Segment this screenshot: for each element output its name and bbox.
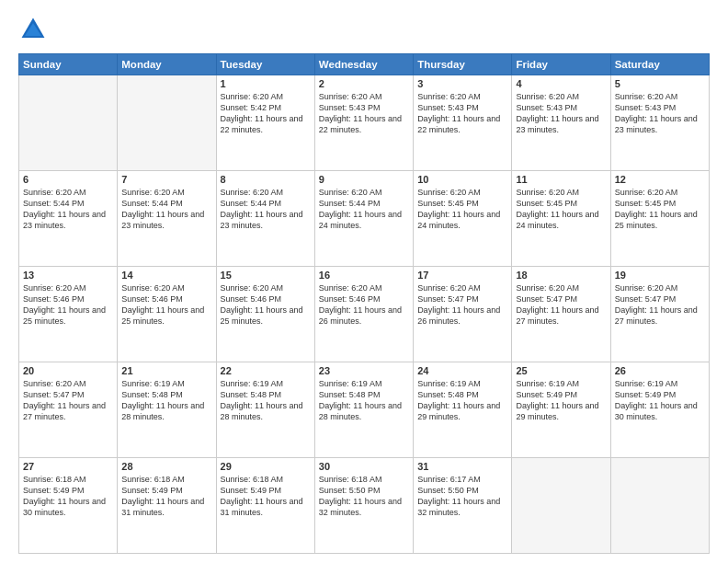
cell-text: Sunrise: 6:19 AM Sunset: 5:48 PM Dayligh… xyxy=(121,378,211,423)
week-row-4: 20Sunrise: 6:20 AM Sunset: 5:47 PM Dayli… xyxy=(19,362,710,458)
calendar-cell: 12Sunrise: 6:20 AM Sunset: 5:45 PM Dayli… xyxy=(610,171,709,267)
cell-text: Sunrise: 6:20 AM Sunset: 5:43 PM Dayligh… xyxy=(417,91,507,136)
calendar-cell: 31Sunrise: 6:17 AM Sunset: 5:50 PM Dayli… xyxy=(414,458,512,554)
cell-text: Sunrise: 6:18 AM Sunset: 5:49 PM Dayligh… xyxy=(23,474,113,519)
day-number: 5 xyxy=(615,78,705,89)
cell-text: Sunrise: 6:18 AM Sunset: 5:50 PM Dayligh… xyxy=(319,474,409,519)
day-number: 1 xyxy=(221,78,311,89)
weekday-header-monday: Monday xyxy=(118,54,216,75)
cell-text: Sunrise: 6:20 AM Sunset: 5:46 PM Dayligh… xyxy=(23,282,113,327)
calendar-cell: 25Sunrise: 6:19 AM Sunset: 5:49 PM Dayli… xyxy=(512,362,610,458)
calendar-cell: 29Sunrise: 6:18 AM Sunset: 5:49 PM Dayli… xyxy=(216,458,314,554)
weekday-header-row: SundayMondayTuesdayWednesdayThursdayFrid… xyxy=(19,54,710,75)
cell-text: Sunrise: 6:20 AM Sunset: 5:44 PM Dayligh… xyxy=(121,187,211,232)
page: SundayMondayTuesdayWednesdayThursdayFrid… xyxy=(0,0,728,563)
day-number: 2 xyxy=(319,78,409,89)
calendar-cell: 6Sunrise: 6:20 AM Sunset: 5:44 PM Daylig… xyxy=(19,171,118,267)
day-number: 9 xyxy=(319,174,409,185)
cell-text: Sunrise: 6:19 AM Sunset: 5:48 PM Dayligh… xyxy=(417,378,507,423)
day-number: 7 xyxy=(121,174,211,185)
calendar-cell: 18Sunrise: 6:20 AM Sunset: 5:47 PM Dayli… xyxy=(512,267,610,362)
weekday-header-sunday: Sunday xyxy=(19,54,118,75)
calendar-cell: 16Sunrise: 6:20 AM Sunset: 5:46 PM Dayli… xyxy=(314,267,413,362)
calendar-cell: 24Sunrise: 6:19 AM Sunset: 5:48 PM Dayli… xyxy=(414,362,512,458)
calendar-cell: 19Sunrise: 6:20 AM Sunset: 5:47 PM Dayli… xyxy=(610,267,709,362)
cell-text: Sunrise: 6:20 AM Sunset: 5:44 PM Dayligh… xyxy=(23,187,113,232)
day-number: 6 xyxy=(23,174,113,185)
week-row-5: 27Sunrise: 6:18 AM Sunset: 5:49 PM Dayli… xyxy=(19,458,710,554)
day-number: 16 xyxy=(319,270,409,281)
day-number: 29 xyxy=(221,461,311,472)
cell-text: Sunrise: 6:20 AM Sunset: 5:43 PM Dayligh… xyxy=(615,91,705,136)
cell-text: Sunrise: 6:18 AM Sunset: 5:49 PM Dayligh… xyxy=(221,474,311,519)
day-number: 17 xyxy=(417,270,507,281)
calendar-cell xyxy=(118,75,216,171)
cell-text: Sunrise: 6:19 AM Sunset: 5:49 PM Dayligh… xyxy=(615,378,705,423)
day-number: 27 xyxy=(23,461,113,472)
day-number: 19 xyxy=(615,270,705,281)
calendar-cell: 22Sunrise: 6:19 AM Sunset: 5:48 PM Dayli… xyxy=(216,362,314,458)
day-number: 31 xyxy=(417,461,507,472)
calendar-cell: 1Sunrise: 6:20 AM Sunset: 5:42 PM Daylig… xyxy=(216,75,314,171)
cell-text: Sunrise: 6:20 AM Sunset: 5:43 PM Dayligh… xyxy=(516,91,606,136)
calendar-cell: 9Sunrise: 6:20 AM Sunset: 5:44 PM Daylig… xyxy=(314,171,413,267)
week-row-1: 1Sunrise: 6:20 AM Sunset: 5:42 PM Daylig… xyxy=(19,75,710,171)
cell-text: Sunrise: 6:20 AM Sunset: 5:46 PM Dayligh… xyxy=(221,282,311,327)
cell-text: Sunrise: 6:20 AM Sunset: 5:44 PM Dayligh… xyxy=(319,187,409,232)
calendar-cell xyxy=(610,458,709,554)
calendar-cell: 5Sunrise: 6:20 AM Sunset: 5:43 PM Daylig… xyxy=(610,75,709,171)
cell-text: Sunrise: 6:20 AM Sunset: 5:43 PM Dayligh… xyxy=(319,91,409,136)
day-number: 10 xyxy=(417,174,507,185)
calendar-cell: 13Sunrise: 6:20 AM Sunset: 5:46 PM Dayli… xyxy=(19,267,118,362)
weekday-header-friday: Friday xyxy=(512,54,610,75)
calendar-cell: 17Sunrise: 6:20 AM Sunset: 5:47 PM Dayli… xyxy=(414,267,512,362)
cell-text: Sunrise: 6:17 AM Sunset: 5:50 PM Dayligh… xyxy=(417,474,507,519)
calendar-cell: 27Sunrise: 6:18 AM Sunset: 5:49 PM Dayli… xyxy=(19,458,118,554)
day-number: 25 xyxy=(516,365,606,376)
cell-text: Sunrise: 6:19 AM Sunset: 5:48 PM Dayligh… xyxy=(319,378,409,423)
cell-text: Sunrise: 6:20 AM Sunset: 5:47 PM Dayligh… xyxy=(417,282,507,327)
weekday-header-tuesday: Tuesday xyxy=(216,54,314,75)
calendar-cell: 20Sunrise: 6:20 AM Sunset: 5:47 PM Dayli… xyxy=(19,362,118,458)
calendar-cell xyxy=(19,75,118,171)
day-number: 4 xyxy=(516,78,606,89)
calendar-cell xyxy=(512,458,610,554)
calendar-cell: 15Sunrise: 6:20 AM Sunset: 5:46 PM Dayli… xyxy=(216,267,314,362)
day-number: 22 xyxy=(221,365,311,376)
calendar-cell: 8Sunrise: 6:20 AM Sunset: 5:44 PM Daylig… xyxy=(216,171,314,267)
calendar-table: SundayMondayTuesdayWednesdayThursdayFrid… xyxy=(18,53,710,554)
cell-text: Sunrise: 6:19 AM Sunset: 5:48 PM Dayligh… xyxy=(221,378,311,423)
day-number: 14 xyxy=(121,270,211,281)
day-number: 18 xyxy=(516,270,606,281)
calendar-cell: 23Sunrise: 6:19 AM Sunset: 5:48 PM Dayli… xyxy=(314,362,413,458)
cell-text: Sunrise: 6:20 AM Sunset: 5:44 PM Dayligh… xyxy=(221,187,311,232)
calendar-cell: 30Sunrise: 6:18 AM Sunset: 5:50 PM Dayli… xyxy=(314,458,413,554)
cell-text: Sunrise: 6:20 AM Sunset: 5:47 PM Dayligh… xyxy=(516,282,606,327)
weekday-header-thursday: Thursday xyxy=(414,54,512,75)
cell-text: Sunrise: 6:20 AM Sunset: 5:46 PM Dayligh… xyxy=(319,282,409,327)
day-number: 15 xyxy=(221,270,311,281)
day-number: 13 xyxy=(23,270,113,281)
cell-text: Sunrise: 6:20 AM Sunset: 5:46 PM Dayligh… xyxy=(121,282,211,327)
week-row-3: 13Sunrise: 6:20 AM Sunset: 5:46 PM Dayli… xyxy=(19,267,710,362)
day-number: 30 xyxy=(319,461,409,472)
day-number: 8 xyxy=(221,174,311,185)
cell-text: Sunrise: 6:20 AM Sunset: 5:47 PM Dayligh… xyxy=(615,282,705,327)
week-row-2: 6Sunrise: 6:20 AM Sunset: 5:44 PM Daylig… xyxy=(19,171,710,267)
calendar-cell: 3Sunrise: 6:20 AM Sunset: 5:43 PM Daylig… xyxy=(414,75,512,171)
calendar-cell: 14Sunrise: 6:20 AM Sunset: 5:46 PM Dayli… xyxy=(118,267,216,362)
cell-text: Sunrise: 6:20 AM Sunset: 5:42 PM Dayligh… xyxy=(221,91,311,136)
day-number: 24 xyxy=(417,365,507,376)
day-number: 12 xyxy=(615,174,705,185)
cell-text: Sunrise: 6:20 AM Sunset: 5:47 PM Dayligh… xyxy=(23,378,113,423)
calendar-cell: 28Sunrise: 6:18 AM Sunset: 5:49 PM Dayli… xyxy=(118,458,216,554)
day-number: 26 xyxy=(615,365,705,376)
calendar-cell: 21Sunrise: 6:19 AM Sunset: 5:48 PM Dayli… xyxy=(118,362,216,458)
calendar-cell: 26Sunrise: 6:19 AM Sunset: 5:49 PM Dayli… xyxy=(610,362,709,458)
weekday-header-wednesday: Wednesday xyxy=(314,54,413,75)
day-number: 20 xyxy=(23,365,113,376)
calendar-cell: 11Sunrise: 6:20 AM Sunset: 5:45 PM Dayli… xyxy=(512,171,610,267)
logo-icon xyxy=(18,15,48,44)
day-number: 11 xyxy=(516,174,606,185)
day-number: 3 xyxy=(417,78,507,89)
